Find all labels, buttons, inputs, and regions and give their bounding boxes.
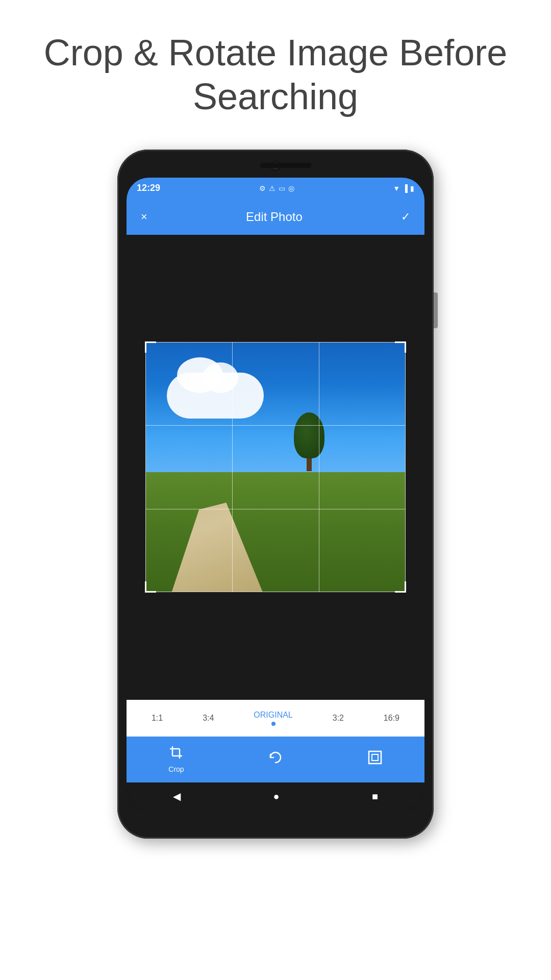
aspect-label-1-1: 1:1 <box>152 714 163 723</box>
tree-top <box>294 412 324 458</box>
aspect-button[interactable] <box>357 746 393 773</box>
close-button[interactable]: × <box>137 206 152 228</box>
aspect-label-original: ORIGINAL <box>254 710 292 720</box>
app-bar-title: Edit Photo <box>152 210 397 224</box>
tree-element <box>294 412 324 471</box>
crop-handle-bl[interactable] <box>145 581 156 593</box>
settings-icon: ⚙ <box>259 184 266 192</box>
phone-device: 12:29 ⚙ ⚠ ▭ ◎ ▼ ▐ ▮ × Edit Photo ✓ <box>117 150 434 839</box>
aspect-ratio-3-4[interactable]: 3:4 <box>203 714 214 723</box>
status-icons: ⚙ ⚠ ▭ ◎ <box>259 184 294 192</box>
crop-icon <box>169 745 183 763</box>
aspect-active-dot <box>271 722 276 726</box>
crop-handle-br[interactable] <box>395 581 406 593</box>
back-nav-button[interactable]: ◀ <box>173 790 181 802</box>
aspect-label-16-9: 16:9 <box>384 714 399 723</box>
crop-label: Crop <box>168 765 184 773</box>
status-time: 12:29 <box>137 183 160 193</box>
warning-icon: ⚠ <box>269 184 276 192</box>
home-nav-button[interactable]: ● <box>273 791 279 802</box>
sdcard-icon: ▭ <box>279 184 285 192</box>
app-bar: × Edit Photo ✓ <box>127 199 424 235</box>
crop-handle-tl[interactable] <box>145 341 156 353</box>
confirm-button[interactable]: ✓ <box>397 206 414 228</box>
photo-preview <box>145 342 406 592</box>
crop-container[interactable] <box>145 342 406 592</box>
status-bar: 12:29 ⚙ ⚠ ▭ ◎ ▼ ▐ ▮ <box>127 178 424 199</box>
phone-body: 12:29 ⚙ ⚠ ▭ ◎ ▼ ▐ ▮ × Edit Photo ✓ <box>117 150 434 839</box>
aspect-ratio-bar: 1:1 3:4 ORIGINAL 3:2 16:9 <box>127 700 424 737</box>
battery-icon: ▮ <box>410 184 414 192</box>
crop-handle-tr[interactable] <box>395 341 406 353</box>
recents-nav-button[interactable]: ■ <box>372 791 378 802</box>
cloud-layer <box>167 373 264 419</box>
crop-button[interactable]: Crop <box>158 741 194 777</box>
wifi-icon: ▼ <box>393 184 400 192</box>
tree-trunk <box>307 458 312 471</box>
edit-toolbar: Crop <box>127 737 424 782</box>
page-title: Crop & Rotate Image Before Searching <box>0 31 551 119</box>
aspect-label-3-2: 3:2 <box>333 714 344 723</box>
vpn-icon: ◎ <box>288 184 294 192</box>
phone-screen: 12:29 ⚙ ⚠ ▭ ◎ ▼ ▐ ▮ × Edit Photo ✓ <box>127 178 424 811</box>
aspect-ratio-3-2[interactable]: 3:2 <box>333 714 344 723</box>
aspect-label-3-4: 3:4 <box>203 714 214 723</box>
image-area <box>127 235 424 700</box>
aspect-ratio-original[interactable]: ORIGINAL <box>254 710 292 726</box>
nav-bar: ◀ ● ■ <box>127 782 424 811</box>
svg-rect-4 <box>369 751 381 764</box>
phone-speaker <box>260 163 311 168</box>
svg-rect-5 <box>372 754 378 761</box>
signal-icon: ▐ <box>403 184 408 192</box>
aspect-ratio-16-9[interactable]: 16:9 <box>384 714 399 723</box>
rotate-button[interactable] <box>258 746 293 773</box>
status-right-icons: ▼ ▐ ▮ <box>393 184 414 192</box>
aspect-ratio-1-1[interactable]: 1:1 <box>152 714 163 723</box>
